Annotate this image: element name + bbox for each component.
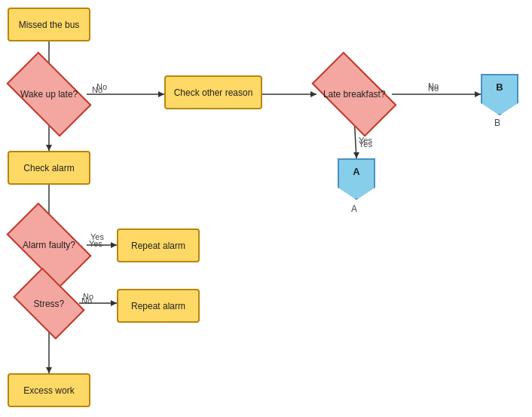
arrow-label-no-stress: No <box>81 296 92 305</box>
node-excess-work: Excess work <box>8 373 90 407</box>
svg-marker-3 <box>158 91 164 97</box>
connector-b-label: B <box>494 118 500 128</box>
node-repeat-alarm-1: Repeat alarm <box>117 228 200 262</box>
svg-marker-5 <box>310 91 316 97</box>
node-repeat-alarm-2: Repeat alarm <box>117 289 200 323</box>
node-missed-bus: Missed the bus <box>8 8 90 41</box>
node-check-other-reason: Check other reason <box>164 75 262 109</box>
svg-marker-7 <box>475 91 481 97</box>
arrow-label-yes-alarm: Yes <box>89 239 102 248</box>
arrows-svg: No No Yes Yes No <box>0 0 532 417</box>
node-check-alarm: Check alarm <box>8 151 90 185</box>
svg-marker-11 <box>46 145 52 151</box>
arrow-label-no-breakfast: No <box>428 84 439 93</box>
svg-marker-15 <box>111 242 117 248</box>
node-late-breakfast: Late breakfast? <box>311 51 396 136</box>
flowchart: No No Yes Yes No Missed th <box>0 0 532 417</box>
node-stress: Stress? <box>13 268 84 339</box>
arrow-label-yes-breakfast: Yes <box>359 140 372 149</box>
node-connector-a: A <box>338 158 375 200</box>
node-connector-b: B <box>481 74 518 115</box>
connector-a-label: A <box>351 204 357 214</box>
node-wake-up-late: Wake up late? <box>6 51 91 136</box>
svg-marker-21 <box>46 367 52 373</box>
arrow-label-no-wakeup: No <box>92 85 102 94</box>
svg-marker-19 <box>111 300 117 306</box>
svg-marker-9 <box>353 152 359 158</box>
